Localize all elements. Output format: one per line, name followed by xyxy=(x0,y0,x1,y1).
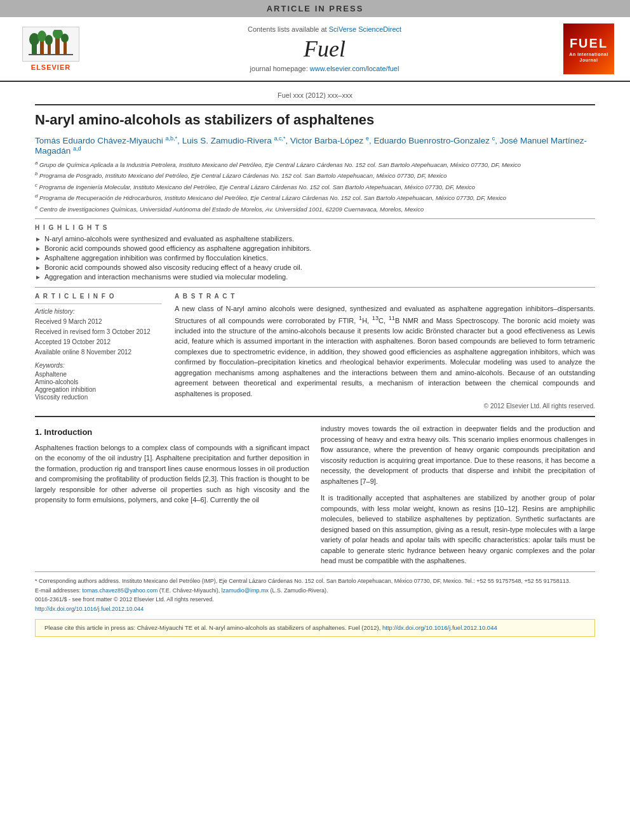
abstract-copyright: © 2012 Elsevier Ltd. All rights reserved… xyxy=(175,403,595,410)
abstract-header: A B S T R A C T xyxy=(175,293,595,300)
highlight-arrow-4: ► xyxy=(35,264,41,271)
citation-link[interactable]: http://dx.doi.org/10.1016/ xyxy=(382,624,449,631)
body-col-left: 1. Introduction Asphaltenes fraction bel… xyxy=(35,423,309,566)
affiliation-a: a Grupo de Química Aplicada a la Industr… xyxy=(35,159,595,169)
email-zamudio-name: (L.S. Zamudio-Rivera). xyxy=(270,587,328,594)
footnote-doi: http://dx.doi.org/10.1016/j.fuel.2012.10… xyxy=(35,605,595,613)
footnote-email: E-mail addresses: tomas.chavez85@yahoo.c… xyxy=(35,587,595,595)
journal-header: ELSEVIER Contents lists available at Sci… xyxy=(0,17,630,82)
accepted-date: Accepted 19 October 2012 xyxy=(35,338,162,347)
homepage-url[interactable]: www.elsevier.com/locate/fuel xyxy=(310,65,399,72)
abstract-col: A B S T R A C T A new class of N-aryl am… xyxy=(175,293,595,410)
keyword-2: Amino-alcohols xyxy=(35,378,162,385)
affiliation-c: c Programa de Ingeniería Molecular, Inst… xyxy=(35,182,595,191)
divider-body-top xyxy=(35,416,595,417)
info-abstract-section: A R T I C L E I N F O Article history: R… xyxy=(35,293,595,410)
issue-ref: Fuel xxx (2012) xxx–xxx xyxy=(35,91,595,99)
citation-bar: Please cite this article in press as: Ch… xyxy=(35,619,595,636)
highlights-header: H I G H L I G H T S xyxy=(35,224,595,231)
journal-name: Fuel xyxy=(89,36,560,62)
journal-header-center: Contents lists available at SciVerse Sci… xyxy=(89,25,560,72)
article-history-label: Article history: xyxy=(35,308,162,315)
sciverse-text: Contents lists available at xyxy=(248,25,327,33)
affiliation-d: d Programa de Recuperación de Hidrocarbu… xyxy=(35,192,595,202)
highlight-item-1: ► N-aryl amino-alcohols were synthesized… xyxy=(35,235,595,243)
divider-highlights-bottom xyxy=(35,287,595,288)
introduction-header: 1. Introduction xyxy=(35,426,309,439)
homepage-label: journal homepage: xyxy=(250,65,308,72)
email-zamudio[interactable]: lzamu­dio@imp.mx xyxy=(222,587,269,594)
article-info-col: A R T I C L E I N F O Article history: R… xyxy=(35,293,162,410)
highlight-item-3: ► Asphaltene aggregation inhibition was … xyxy=(35,254,595,262)
highlight-arrow-1: ► xyxy=(35,236,41,243)
article-title: N-aryl amino-alcohols as stabilizers of … xyxy=(35,112,595,128)
fuel-logo: FUEL An International Journal xyxy=(563,23,614,74)
content: Fuel xxx (2012) xxx–xxx N-aryl amino-alc… xyxy=(0,82,630,646)
svg-rect-6 xyxy=(55,36,60,55)
info-divider xyxy=(35,303,162,304)
highlight-text-4: Boronic acid compounds showed also visco… xyxy=(44,263,302,271)
highlights-section: H I G H L I G H T S ► N-aryl amino-alcoh… xyxy=(35,224,595,281)
email-chavez-name: (T.E. Chávez-Miyauchi), xyxy=(159,587,222,594)
highlight-text-2: Boronic acid compounds showed good effic… xyxy=(44,244,312,252)
body-col-right: industry moves towards the oil extractio… xyxy=(321,423,595,566)
affiliation-b: b Programa de Posgrado, Instituto Mexica… xyxy=(35,170,595,180)
affiliations: a Grupo de Química Aplicada a la Industr… xyxy=(35,159,595,213)
svg-rect-8 xyxy=(64,41,67,55)
intro-para-3: It is traditionally accepted that asphal… xyxy=(321,493,595,566)
keyword-1: Asphaltene xyxy=(35,371,162,378)
elsevier-logo: ELSEVIER xyxy=(13,27,89,71)
author-barba: Victor Barba-López e, xyxy=(290,136,374,145)
fuel-logo-text: FUEL xyxy=(570,36,608,51)
fuel-logo-sub: An International xyxy=(569,52,608,57)
journal-header-right: FUEL An International Journal xyxy=(560,23,617,74)
divider-highlights-top xyxy=(35,218,595,219)
aip-banner-text: ARTICLE IN PRESS xyxy=(267,4,364,13)
available-date: Available online 8 November 2012 xyxy=(35,348,162,357)
intro-para-1: Asphaltenes fraction belongs to a comple… xyxy=(35,443,309,505)
author-zamudio: Luis S. Zamudio-Rivera a,c,*, xyxy=(182,136,290,145)
sciverse-link: Contents lists available at SciVerse Sci… xyxy=(89,25,560,33)
highlight-arrow-3: ► xyxy=(35,255,41,262)
email-chavez[interactable]: tomas.chavez85@yahoo.com xyxy=(83,587,158,594)
received-date: Received 9 March 2012 xyxy=(35,317,162,326)
journal-header-left: ELSEVIER xyxy=(13,27,89,71)
abstract-text: A new class of N-aryl amino alcohols wer… xyxy=(175,303,595,399)
affiliation-e: e Centro de Investigaciones Químicas, Un… xyxy=(35,204,595,213)
divider-top xyxy=(35,104,595,105)
highlight-text-1: N-aryl amino-alcohols were synthesized a… xyxy=(44,235,294,243)
highlight-item-5: ► Aggregation and interaction mechanisms… xyxy=(35,273,595,281)
highlight-arrow-2: ► xyxy=(35,245,41,252)
page-wrapper: ARTICLE IN PRESS xyxy=(0,0,630,840)
keyword-3: Aggregation inhibition xyxy=(35,386,162,393)
fuel-logo-sub2: Journal xyxy=(580,58,598,62)
highlight-item-4: ► Boronic acid compounds showed also vis… xyxy=(35,263,595,271)
journal-homepage: journal homepage: www.elsevier.com/locat… xyxy=(89,65,560,72)
svg-rect-4 xyxy=(48,44,51,55)
body-section: 1. Introduction Asphaltenes fraction bel… xyxy=(35,423,595,566)
highlight-text-5: Aggregation and interaction mechanisms w… xyxy=(44,273,288,281)
article-info-header: A R T I C L E I N F O xyxy=(35,293,162,300)
highlight-text-3: Asphaltene aggregation inhibition was co… xyxy=(44,254,268,262)
citation-text: Please cite this article in press as: Ch… xyxy=(44,624,380,631)
keywords-label: Keywords: xyxy=(35,362,162,369)
author-chavez: Tomás Eduardo Chávez-Miyauchi a,b,*, xyxy=(35,136,182,145)
elsevier-tree-icon xyxy=(29,30,73,58)
footnotes-divider xyxy=(35,571,595,572)
footnote-asterisk: * Corresponding authors address. Institu… xyxy=(35,577,595,585)
footnote-issn: 0016-2361/$ - see front matter © 2012 El… xyxy=(35,596,595,604)
intro-para-2: industry moves towards the oil extractio… xyxy=(321,423,595,486)
svg-point-9 xyxy=(61,34,69,43)
svg-point-5 xyxy=(45,35,53,45)
svg-point-3 xyxy=(37,30,46,42)
doi-link[interactable]: http://dx.doi.org/10.1016/j.fuel.2012.10… xyxy=(35,606,144,612)
elsevier-label: ELSEVIER xyxy=(31,63,70,71)
highlight-arrow-5: ► xyxy=(35,274,41,281)
elsevier-logo-box xyxy=(22,27,79,62)
citation-link2[interactable]: j.fuel.2012.10.044 xyxy=(449,624,497,631)
email-label: E-mail addresses: xyxy=(35,587,81,594)
authors: Tomás Eduardo Chávez-Miyauchi a,b,*, Lui… xyxy=(35,135,595,156)
sciverse-link-text[interactable]: SciVerse ScienceDirect xyxy=(329,25,401,33)
issn-text: 0016-2361/$ - see front matter © 2012 El… xyxy=(35,596,214,603)
svg-rect-10 xyxy=(29,54,73,55)
